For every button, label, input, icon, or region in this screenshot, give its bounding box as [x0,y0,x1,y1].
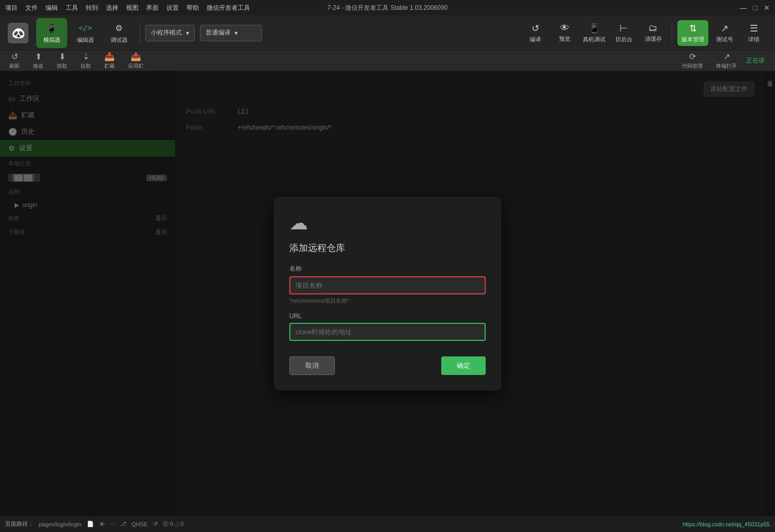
debugger-button[interactable]: ⚙ 调试器 [103,18,134,48]
menu-select[interactable]: 选择 [106,4,118,12]
eye-icon: 👁 [560,23,569,34]
window-title: 7-24 - 微信开发者工具 Stable 1.03.2006090 [328,4,448,12]
mode-dropdown[interactable]: 小程序模式 ▾ [145,25,195,41]
status-left: 页面路径： pages/login/login 📄 👁 ··· ⎇ QHSE ↺… [5,520,183,528]
fetch-button[interactable]: ⬇ 抓取 [53,51,71,71]
version-icon: ⇅ [689,23,697,34]
more-status-icon[interactable]: ··· [110,521,115,527]
push-icon: ⬆ [35,52,42,61]
menu-file[interactable]: 文件 [25,4,38,12]
clear-cache-button[interactable]: 🗂 清缓存 [640,20,667,45]
cut-bg-button[interactable]: ⊢ 切后台 [610,20,637,46]
toolbar-middle: 小程序模式 ▾ 普通编译 ▾ [145,25,519,41]
menu-settings[interactable]: 设置 [166,4,179,12]
main-toolbar: 🐼 📱 模拟器 </> 编辑器 ⚙ 调试器 小程序模式 ▾ 普通编译 ▾ ↺ 编… [0,15,775,51]
modal-overlay: ☁ 添加远程仓库 名称 *refs/remotes/项目名称* URL 取消 确… [0,71,775,515]
test-icon: ↗ [721,23,729,34]
main-area: 工作空间 🗁 工作区 📥 贮藏 🕐 历史 ⚙ 设置 本地分支 ██ ██ HEA… [0,71,775,515]
eye-status-icon: 👁 [99,521,105,527]
refresh-status-icon[interactable]: ↺ [153,521,158,527]
preview-button[interactable]: 👁 预览 [551,20,578,45]
status-url[interactable]: https://blog.csdn.net/qq_45031p55 [683,521,770,527]
secondary-toolbar: ↺ 刷新 ⬆ 推送 ⬇ 抓取 ⇣ 拉取 📥 贮藏 📤 应用贮 ⟳ 代码管理 ↗ … [0,51,775,71]
terminal-icon: ↗ [723,52,730,61]
simulator-icon: 📱 [44,22,59,34]
simulator-button[interactable]: 📱 模拟器 [36,18,67,48]
refresh-button[interactable]: ↺ 刷新 [5,51,24,71]
status-bar: 页面路径： pages/login/login 📄 👁 ··· ⎇ QHSE ↺… [0,515,775,532]
phone-icon: 📱 [588,23,600,34]
dialog-title: 添加远程仓库 [289,242,486,254]
add-remote-dialog: ☁ 添加远程仓库 名称 *refs/remotes/项目名称* URL 取消 确… [274,197,501,390]
minimize-button[interactable]: — [740,4,747,12]
chevron-down-icon: ▾ [186,29,189,37]
file-icon: 📄 [87,521,94,527]
details-button[interactable]: ☰ 详情 [740,20,767,46]
menu-goto[interactable]: 转到 [86,4,98,12]
pull-icon: ⇣ [83,52,89,61]
stash-icon: 📥 [104,52,115,61]
compile-dropdown[interactable]: 普通编译 ▾ [200,25,262,41]
menu-project[interactable]: 项目 [5,4,18,12]
apply-icon: 📤 [131,52,141,61]
version-mgmt-button[interactable]: ⇅ 版本管理 [677,20,708,46]
apply-stash-button[interactable]: 📤 应用贮 [124,51,148,71]
name-hint: *refs/remotes/项目名称* [289,297,486,305]
toolbar-right: ↺ 编译 👁 预览 📱 真机调试 ⊢ 切后台 🗂 清缓存 ⇅ 版本管理 ↗ 测试… [522,20,767,46]
name-label: 名称 [289,264,486,273]
url-label: URL [289,312,486,320]
refresh-icon: ↺ [11,52,18,61]
qhse-label: QHSE [132,521,148,527]
clear-cache-icon: 🗂 [648,23,658,34]
status-path-value: pages/login/login [39,521,82,527]
details-icon: ☰ [750,23,758,34]
menu-bar: 项目 文件 编辑 工具 转到 选择 视图 界面 设置 帮助 微信开发者工具 [5,4,250,12]
real-machine-button[interactable]: 📱 真机调试 [581,20,608,46]
menu-wechat-devtools[interactable]: 微信开发者工具 [207,4,250,12]
close-button[interactable]: ✕ [764,4,770,12]
compile-icon: ↺ [532,23,539,34]
live-label: 正在讲 [746,56,770,65]
url-input[interactable] [289,323,486,341]
menu-view[interactable]: 视图 [126,4,138,12]
errors-label: ⓪ 0 △0 [163,520,183,528]
confirm-button[interactable]: 确定 [441,356,486,375]
dialog-buttons: 取消 确定 [289,356,486,375]
avatar: 🐼 [8,23,28,43]
compile-button[interactable]: ↺ 编译 [522,20,549,46]
debugger-icon: ⚙ [111,22,127,34]
cut-bg-icon: ⊢ [619,23,628,34]
test-button[interactable]: ↗ 测试号 [711,20,738,46]
editor-button[interactable]: </> 编辑器 [70,18,101,48]
git-icon: ⎇ [120,521,127,527]
push-button[interactable]: ⬆ 推送 [29,51,48,71]
pull-button[interactable]: ⇣ 拉取 [76,51,95,71]
menu-interface[interactable]: 界面 [146,4,159,12]
cancel-button[interactable]: 取消 [289,356,335,375]
code-mgmt-icon: ⟳ [689,52,696,61]
maximize-button[interactable]: □ [753,4,757,12]
chevron-down-icon-2: ▾ [235,29,238,37]
window-controls: — □ ✕ [740,4,770,12]
title-bar: 项目 文件 编辑 工具 转到 选择 视图 界面 设置 帮助 微信开发者工具 7-… [0,0,775,15]
name-input[interactable] [289,276,486,294]
cloud-icon: ☁ [289,212,486,234]
menu-help[interactable]: 帮助 [187,4,199,12]
toolbar-separator-2 [672,23,672,43]
status-path-label: 页面路径： [5,520,34,528]
toolbar-separator-1 [140,23,140,43]
menu-edit[interactable]: 编辑 [45,4,58,12]
editor-icon: </> [78,22,93,34]
terminal-button[interactable]: ↗ 终端打开 [712,51,741,71]
code-mgmt-button[interactable]: ⟳ 代码管理 [678,51,707,71]
fetch-icon: ⬇ [59,52,66,61]
menu-tools[interactable]: 工具 [66,4,78,12]
stash-button[interactable]: 📥 贮藏 [100,51,119,71]
